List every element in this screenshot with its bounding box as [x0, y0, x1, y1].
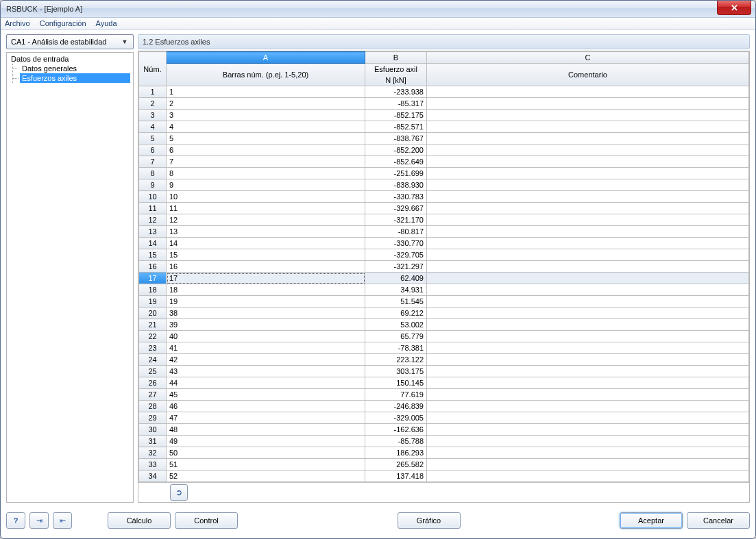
row-header[interactable]: 29: [139, 412, 167, 424]
cell-esfuerzo[interactable]: 53.002: [365, 319, 427, 331]
cell-barras[interactable]: 52: [167, 471, 365, 482]
cell-barras[interactable]: 49: [167, 436, 365, 447]
cell-comentario[interactable]: [427, 261, 749, 273]
row-header[interactable]: 4: [139, 121, 167, 133]
row-header[interactable]: 26: [139, 377, 167, 389]
table-row[interactable]: 224065.779: [139, 331, 749, 342]
table-row[interactable]: 44-852.571: [139, 121, 749, 133]
cell-barras[interactable]: 5: [167, 133, 365, 145]
table-row[interactable]: 2846-246.839: [139, 401, 749, 412]
cell-barras[interactable]: 10: [167, 191, 365, 203]
cell-esfuerzo[interactable]: -852.649: [365, 156, 427, 168]
cell-barras[interactable]: 9: [167, 179, 365, 191]
close-button[interactable]: ✕: [717, 1, 751, 15]
cell-esfuerzo[interactable]: -852.571: [365, 121, 427, 133]
row-header[interactable]: 27: [139, 389, 167, 401]
cell-barras[interactable]: 14: [167, 238, 365, 249]
tree-item-0[interactable]: Datos generales: [20, 64, 130, 73]
table-row[interactable]: 203869.212: [139, 308, 749, 319]
cell-comentario[interactable]: [427, 98, 749, 110]
cell-barras[interactable]: 39: [167, 319, 365, 331]
table-row[interactable]: 3452137.418: [139, 471, 749, 482]
cell-barras[interactable]: 8: [167, 168, 365, 179]
cell-barras[interactable]: 42: [167, 354, 365, 366]
table-row[interactable]: 191951.545: [139, 296, 749, 308]
row-header[interactable]: 25: [139, 366, 167, 377]
cell-comentario[interactable]: [427, 168, 749, 179]
cell-esfuerzo[interactable]: -321.170: [365, 214, 427, 226]
table-row[interactable]: 1010-330.783: [139, 191, 749, 203]
cell-esfuerzo[interactable]: -246.839: [365, 401, 427, 412]
cell-esfuerzo[interactable]: -330.770: [365, 238, 427, 249]
table-row[interactable]: 2543303.175: [139, 366, 749, 377]
cell-comentario[interactable]: [427, 342, 749, 354]
col-letter-c[interactable]: C: [427, 52, 749, 64]
cell-barras[interactable]: 47: [167, 412, 365, 424]
cell-esfuerzo[interactable]: 303.175: [365, 366, 427, 377]
table-row[interactable]: 1313-80.817: [139, 226, 749, 238]
cell-comentario[interactable]: [427, 86, 749, 98]
cell-comentario[interactable]: [427, 145, 749, 156]
cell-comentario[interactable]: [427, 308, 749, 319]
cell-esfuerzo[interactable]: -80.817: [365, 226, 427, 238]
col-header-c[interactable]: Comentario: [427, 64, 749, 86]
cell-esfuerzo[interactable]: 65.779: [365, 331, 427, 342]
table-row[interactable]: 274577.619: [139, 389, 749, 401]
row-header[interactable]: 7: [139, 156, 167, 168]
cell-esfuerzo[interactable]: -162.636: [365, 424, 427, 436]
table-row[interactable]: 77-852.649: [139, 156, 749, 168]
table-row[interactable]: 22-85.317: [139, 98, 749, 110]
row-header[interactable]: 3: [139, 110, 167, 121]
cell-barras[interactable]: 48: [167, 424, 365, 436]
cell-comentario[interactable]: [427, 412, 749, 424]
table-row[interactable]: 2947-329.005: [139, 412, 749, 424]
cell-comentario[interactable]: [427, 214, 749, 226]
cell-barras[interactable]: 46: [167, 401, 365, 412]
cell-comentario[interactable]: [427, 179, 749, 191]
cell-esfuerzo[interactable]: 137.418: [365, 471, 427, 482]
cell-comentario[interactable]: [427, 284, 749, 296]
table-row[interactable]: 3250186.293: [139, 447, 749, 459]
cell-comentario[interactable]: [427, 110, 749, 121]
row-header[interactable]: 19: [139, 296, 167, 308]
table-row[interactable]: 213953.002: [139, 319, 749, 331]
cell-comentario[interactable]: [427, 401, 749, 412]
menu-ayuda[interactable]: Ayuda: [96, 19, 117, 27]
cell-comentario[interactable]: [427, 447, 749, 459]
table-row[interactable]: 1515-329.705: [139, 249, 749, 261]
cell-barras[interactable]: 16: [167, 261, 365, 273]
cell-esfuerzo[interactable]: -838.767: [365, 133, 427, 145]
cell-barras[interactable]: 44: [167, 377, 365, 389]
table-row[interactable]: 181834.931: [139, 284, 749, 296]
cell-esfuerzo[interactable]: -329.005: [365, 412, 427, 424]
cell-esfuerzo[interactable]: 223.122: [365, 354, 427, 366]
cell-esfuerzo[interactable]: -329.667: [365, 203, 427, 214]
cell-esfuerzo[interactable]: 62.409: [365, 273, 427, 284]
aceptar-button[interactable]: Aceptar: [620, 512, 683, 529]
control-button[interactable]: Control: [175, 512, 238, 529]
row-header[interactable]: 5: [139, 133, 167, 145]
col-header-a[interactable]: Barras núm. (p.ej. 1-5,20): [167, 64, 365, 86]
cell-comentario[interactable]: [427, 366, 749, 377]
table-row[interactable]: 1212-321.170: [139, 214, 749, 226]
cell-comentario[interactable]: [427, 424, 749, 436]
row-header[interactable]: 1: [139, 86, 167, 98]
nav-tree[interactable]: Datos de entrada Datos generalesEsfuerzo…: [6, 52, 134, 503]
cell-comentario[interactable]: [427, 273, 749, 284]
cell-esfuerzo[interactable]: 34.931: [365, 284, 427, 296]
row-header[interactable]: 18: [139, 284, 167, 296]
cell-esfuerzo[interactable]: -85.317: [365, 98, 427, 110]
cell-comentario[interactable]: [427, 296, 749, 308]
cell-esfuerzo[interactable]: 69.212: [365, 308, 427, 319]
cell-esfuerzo[interactable]: -330.783: [365, 191, 427, 203]
cell-comentario[interactable]: [427, 331, 749, 342]
cell-barras[interactable]: 7: [167, 156, 365, 168]
row-header[interactable]: 33: [139, 459, 167, 471]
cell-comentario[interactable]: [427, 389, 749, 401]
cell-esfuerzo[interactable]: -321.297: [365, 261, 427, 273]
table-row[interactable]: 2341-78.381: [139, 342, 749, 354]
cell-esfuerzo[interactable]: 150.145: [365, 377, 427, 389]
cell-barras[interactable]: 19: [167, 296, 365, 308]
row-header[interactable]: 32: [139, 447, 167, 459]
col-header-b[interactable]: Esfuerzo axil N [kN]: [365, 64, 427, 86]
